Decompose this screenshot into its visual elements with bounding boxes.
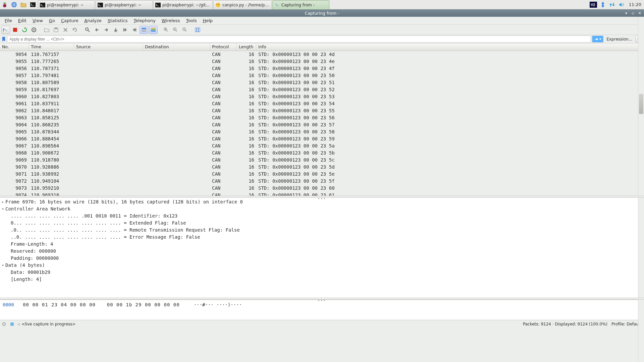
packet-row[interactable]: 9060110.827803CAN16STD: 0x00000123 00 00… xyxy=(0,93,644,100)
packet-row[interactable]: 9070110.928886CAN16STD: 0x00000123 00 00… xyxy=(0,164,644,171)
splitter-top[interactable]: ••• xyxy=(0,196,644,198)
window-titlebar[interactable]: Capturing from - ▾ ▫ ✕ xyxy=(0,9,644,17)
close-file-button[interactable] xyxy=(61,26,70,34)
packet-row[interactable]: 9061110.837911CAN16STD: 0x00000123 00 00… xyxy=(0,100,644,107)
packet-list-header[interactable]: No.TimeSourceDestinationProtocolLengthIn… xyxy=(0,44,644,51)
packet-row[interactable]: 9068110.908672CAN16STD: 0x00000123 00 00… xyxy=(0,149,644,157)
packet-row[interactable]: 9069110.918780CAN16STD: 0x00000123 00 00… xyxy=(0,157,644,164)
menu-telephony[interactable]: Telephony xyxy=(131,17,158,24)
packet-row[interactable]: 9055110.777265CAN16STD: 0x00000123 00 00… xyxy=(0,58,644,65)
save-file-button[interactable] xyxy=(52,26,60,34)
status-stop-icon[interactable] xyxy=(1,321,7,327)
window-maximize-icon[interactable]: ▫ xyxy=(630,10,636,16)
network-tray-icon[interactable] xyxy=(607,0,617,9)
raspberry-menu-icon[interactable] xyxy=(0,0,9,9)
terminal-icon[interactable] xyxy=(28,0,38,9)
goto-packet-button[interactable] xyxy=(111,26,120,34)
taskbar-task[interactable]: canpico.py - /home/p... xyxy=(213,0,272,10)
packet-row[interactable]: 9064110.868235CAN16STD: 0x00000123 00 00… xyxy=(0,121,644,128)
start-capture-button[interactable] xyxy=(1,26,10,34)
scroll-thumb[interactable] xyxy=(639,94,643,114)
packet-row[interactable]: 9071110.938992CAN16STD: 0x00000123 00 00… xyxy=(0,171,644,178)
taskbar-task[interactable]: pi@raspberrypi: ~/git... xyxy=(153,0,213,10)
detail-error-flag[interactable]: ..0. .... .... .... .... .... .... .... … xyxy=(11,234,200,241)
packet-row[interactable]: 9057110.797481CAN16STD: 0x00000123 00 00… xyxy=(0,72,644,79)
file-manager-icon[interactable] xyxy=(19,0,28,9)
menu-tools[interactable]: Tools xyxy=(183,17,199,24)
zoom-out-button[interactable] xyxy=(171,26,180,34)
column-header[interactable]: Protocol xyxy=(210,44,237,51)
packet-row[interactable]: 9072110.949104CAN16STD: 0x00000123 00 00… xyxy=(0,178,644,185)
bluetooth-tray-icon[interactable] xyxy=(598,0,607,9)
taskbar-task[interactable]: pi@raspberrypi: ~ xyxy=(38,0,95,10)
taskbar-task[interactable]: Capturing from - xyxy=(272,0,329,10)
detail-data[interactable]: Data (4 bytes) xyxy=(5,262,45,269)
packet-row[interactable]: 9065110.878344CAN16STD: 0x00000123 00 00… xyxy=(0,128,644,135)
filter-apply-button[interactable]: ▾ xyxy=(592,36,603,43)
column-header[interactable]: Destination xyxy=(143,44,210,51)
detail-can[interactable]: Controller Area Network xyxy=(5,205,70,213)
packet-bytes-pane[interactable]: 0000 00 00 01 23 04 00 00 00 00 00 1b 29… xyxy=(0,300,644,320)
column-header[interactable]: Length xyxy=(237,44,256,51)
web-browser-icon[interactable] xyxy=(9,0,19,9)
menu-go[interactable]: Go xyxy=(46,17,58,24)
detail-data-value[interactable]: Data: 00001b29 xyxy=(11,269,50,276)
packet-row[interactable]: 9062110.848017CAN16STD: 0x00000123 00 00… xyxy=(0,107,644,114)
packet-detail-pane[interactable]: ▸Frame 6970: 16 bytes on wire (128 bits)… xyxy=(0,198,644,298)
packet-list-body[interactable]: 9054110.767157CAN16STD: 0x00000123 00 00… xyxy=(0,51,644,196)
menu-wireless[interactable]: Wireless xyxy=(159,17,182,24)
stop-capture-button[interactable] xyxy=(11,26,19,34)
auto-scroll-button[interactable] xyxy=(140,26,148,34)
reload-button[interactable] xyxy=(70,26,79,34)
packet-row[interactable]: 9066110.888454CAN16STD: 0x00000123 00 00… xyxy=(0,135,644,142)
filter-expression-button[interactable]: Expression... xyxy=(604,37,634,42)
menu-analyze[interactable]: Analyze xyxy=(82,17,104,24)
menu-statistics[interactable]: Statistics xyxy=(105,17,130,24)
zoom-in-button[interactable] xyxy=(162,26,170,34)
go-last-button[interactable] xyxy=(130,26,139,34)
column-header[interactable]: No. xyxy=(0,44,29,51)
menu-capture[interactable]: Capture xyxy=(58,17,81,24)
go-back-button[interactable] xyxy=(93,26,101,34)
packet-row[interactable]: 9058110.807589CAN16STD: 0x00000123 00 00… xyxy=(0,79,644,86)
packet-list-scrollbar[interactable] xyxy=(638,44,644,196)
packet-row[interactable]: 9059110.817697CAN16STD: 0x00000123 00 00… xyxy=(0,86,644,93)
packet-row[interactable]: 9063110.858125CAN16STD: 0x00000123 00 00… xyxy=(0,114,644,121)
packet-row[interactable]: 9056110.787371CAN16STD: 0x00000123 00 00… xyxy=(0,65,644,72)
detail-frame[interactable]: Frame 6970: 16 bytes on wire (128 bits),… xyxy=(5,198,243,205)
collapse-icon[interactable]: ▾ xyxy=(1,205,5,213)
menu-help[interactable]: Help xyxy=(200,17,215,24)
colorize-button[interactable] xyxy=(149,26,158,34)
window-minimize-icon[interactable]: ▾ xyxy=(623,10,629,16)
packet-row[interactable]: 9054110.767157CAN16STD: 0x00000123 00 00… xyxy=(0,51,644,58)
menu-file[interactable]: File xyxy=(2,17,15,24)
restart-capture-button[interactable] xyxy=(20,26,29,34)
collapse-icon[interactable]: ▾ xyxy=(1,262,5,269)
zoom-reset-button[interactable]: 1 xyxy=(180,26,189,34)
vnc-tray-icon[interactable]: V2 xyxy=(589,0,598,9)
detail-frame-length[interactable]: Frame-Length: 4 xyxy=(11,241,53,248)
go-forward-button[interactable] xyxy=(102,26,111,34)
menu-view[interactable]: View xyxy=(30,17,46,24)
status-expert-icon[interactable] xyxy=(9,321,15,327)
packet-row[interactable]: 9073110.959210CAN16STD: 0x00000123 00 00… xyxy=(0,185,644,192)
find-packet-button[interactable] xyxy=(83,26,92,34)
bookmark-icon[interactable] xyxy=(1,36,6,43)
detail-reserved[interactable]: Reserved: 000000 xyxy=(11,248,56,255)
expand-icon[interactable]: ▸ xyxy=(1,198,5,205)
open-file-button[interactable] xyxy=(42,26,51,34)
detail-extended-flag[interactable]: 0... .... .... .... .... .... .... .... … xyxy=(11,220,186,227)
packet-row[interactable]: 9074110.969318CAN16STD: 0x00000123 00 00… xyxy=(0,192,644,196)
detail-identifier[interactable]: .... .... .... .... .... .001 0010 0011 … xyxy=(11,213,177,220)
detail-rtr-flag[interactable]: .0.. .... .... .... .... .... .... .... … xyxy=(11,227,240,234)
menu-edit[interactable]: Edit xyxy=(15,17,29,24)
column-header[interactable]: Info xyxy=(256,44,644,51)
column-header[interactable]: Source xyxy=(74,44,143,51)
splitter-bottom[interactable]: ••• xyxy=(0,298,644,300)
display-filter-input[interactable] xyxy=(7,36,591,43)
go-first-button[interactable] xyxy=(121,26,129,34)
detail-padding[interactable]: Padding: 00000000 xyxy=(11,255,59,262)
detail-data-length[interactable]: [Length: 4] xyxy=(11,276,42,283)
window-close-icon[interactable]: ✕ xyxy=(637,10,643,16)
taskbar-clock[interactable]: 11:20 xyxy=(626,0,644,9)
